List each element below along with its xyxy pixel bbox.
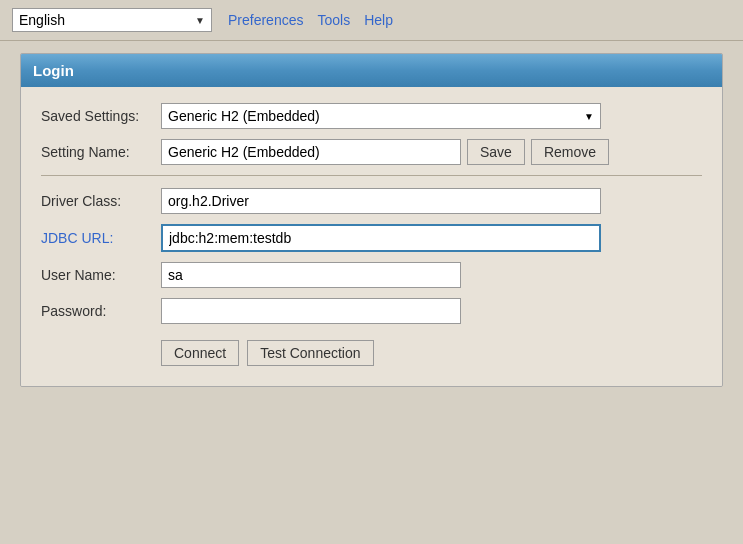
password-row: Password: (41, 298, 702, 324)
nav-help[interactable]: Help (364, 12, 393, 28)
user-name-label: User Name: (41, 267, 161, 283)
password-label: Password: (41, 303, 161, 319)
driver-class-label: Driver Class: (41, 193, 161, 209)
setting-name-row: Setting Name: Save Remove (41, 139, 702, 165)
setting-name-input[interactable] (161, 139, 461, 165)
password-input[interactable] (161, 298, 461, 324)
setting-name-controls: Save Remove (161, 139, 609, 165)
divider (41, 175, 702, 176)
driver-class-input[interactable] (161, 188, 601, 214)
jdbc-url-input[interactable] (161, 224, 601, 252)
login-panel-header: Login (21, 54, 722, 87)
saved-settings-label: Saved Settings: (41, 108, 161, 124)
login-panel: Login Saved Settings: Generic H2 (Embedd… (20, 53, 723, 387)
user-name-row: User Name: (41, 262, 702, 288)
nav-tools[interactable]: Tools (317, 12, 350, 28)
top-bar: English ▼ Preferences Tools Help (0, 0, 743, 41)
connect-button[interactable]: Connect (161, 340, 239, 366)
remove-button[interactable]: Remove (531, 139, 609, 165)
driver-class-row: Driver Class: (41, 188, 702, 214)
saved-settings-value: Generic H2 (Embedded) (168, 108, 320, 124)
login-panel-body: Saved Settings: Generic H2 (Embedded) ▼ … (21, 87, 722, 386)
language-select[interactable]: English ▼ (12, 8, 212, 32)
top-nav: Preferences Tools Help (228, 12, 393, 28)
setting-name-label: Setting Name: (41, 144, 161, 160)
saved-settings-arrow: ▼ (584, 111, 594, 122)
language-dropdown-arrow: ▼ (195, 15, 205, 26)
jdbc-url-label: JDBC URL: (41, 230, 161, 246)
test-connection-button[interactable]: Test Connection (247, 340, 373, 366)
saved-settings-row: Saved Settings: Generic H2 (Embedded) ▼ (41, 103, 702, 129)
language-label: English (19, 12, 65, 28)
jdbc-url-row: JDBC URL: (41, 224, 702, 252)
user-name-input[interactable] (161, 262, 461, 288)
nav-preferences[interactable]: Preferences (228, 12, 303, 28)
save-button[interactable]: Save (467, 139, 525, 165)
connect-row: Connect Test Connection (41, 340, 702, 366)
saved-settings-select[interactable]: Generic H2 (Embedded) ▼ (161, 103, 601, 129)
